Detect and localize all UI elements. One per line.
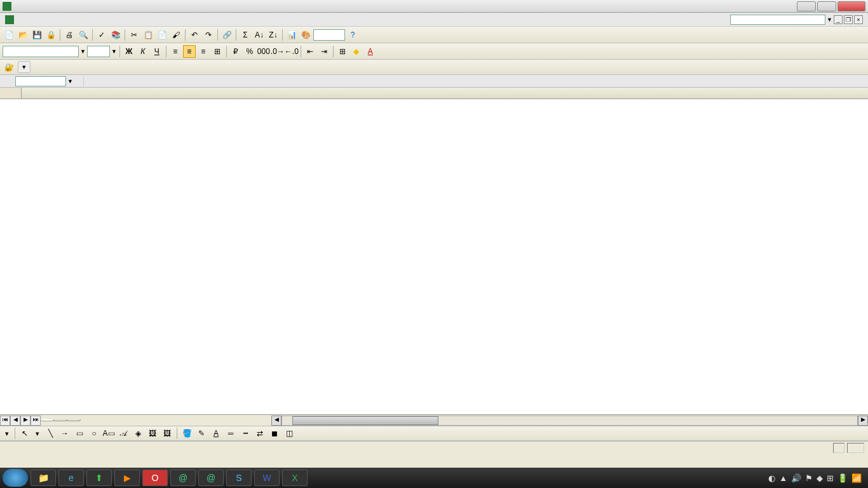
font-size-input[interactable] [87,46,110,57]
increase-decimal-icon[interactable]: .0→ [271,45,284,58]
clipart-icon[interactable]: 🖼 [146,427,159,440]
tray-icon-1[interactable]: ◐ [768,473,775,483]
increase-indent-icon[interactable]: ⇥ [318,45,330,58]
tray-icon-5[interactable]: ◆ [817,473,823,483]
menu-format[interactable] [51,18,58,21]
sort-desc-icon[interactable]: Z↓ [267,29,280,41]
taskbar-ie[interactable]: e [58,470,84,486]
help-icon[interactable]: ? [346,29,359,41]
autosum-icon[interactable]: Σ [239,29,252,41]
decrease-decimal-icon[interactable]: ←.0 [285,45,298,58]
paste-icon[interactable]: 📄 [156,29,168,41]
menu-window[interactable] [78,18,85,21]
decrease-indent-icon[interactable]: ⇤ [304,45,316,58]
hyperlink-icon[interactable]: 🔗 [220,29,233,41]
wordart-icon[interactable]: 𝒜 [117,427,130,440]
font-color-icon[interactable]: A [364,45,377,58]
menu-file[interactable] [15,18,23,21]
tray-icon-3[interactable]: 🔊 [791,473,801,483]
arrow-style-icon[interactable]: ⇄ [254,427,266,440]
3d-icon[interactable]: ◫ [283,427,295,440]
taskbar-mail2[interactable]: @ [198,470,224,486]
taskbar-excel[interactable]: X [282,470,308,486]
chart-icon[interactable]: 📊 [285,29,298,41]
menu-insert[interactable] [42,18,50,21]
fill-color-draw-icon[interactable]: 🪣 [180,427,193,440]
sheet-tab-3[interactable] [67,419,81,421]
taskbar-media[interactable]: ▶ [114,470,140,486]
name-box-input[interactable] [15,76,66,86]
save-icon[interactable]: 💾 [31,29,43,41]
minimize-button[interactable] [797,1,816,11]
hscroll-thumb[interactable] [292,416,438,425]
menu-help[interactable] [86,18,94,21]
select-all-corner[interactable] [0,88,22,98]
formula-input[interactable] [83,76,863,86]
arrow-icon[interactable]: → [58,427,71,440]
hscroll-left-icon[interactable]: ◀ [271,416,281,426]
options-button[interactable]: ▾ [18,61,31,73]
close-button[interactable] [837,1,865,11]
align-center-icon[interactable]: ≡ [183,45,196,58]
oval-icon[interactable]: ○ [88,427,100,440]
font-color-draw-icon[interactable]: A [210,427,222,440]
format-painter-icon[interactable]: 🖌 [170,29,182,41]
preview-icon[interactable]: 🔍 [77,29,90,41]
hscroll-right-icon[interactable]: ▶ [858,416,868,426]
line-style-icon[interactable]: ═ [224,427,237,440]
maximize-button[interactable] [817,1,836,11]
taskbar-word[interactable]: W [254,470,280,486]
taskbar-opera[interactable]: O [142,470,168,486]
menu-view[interactable] [33,18,41,21]
font-name-input[interactable] [3,46,79,57]
draw-actions-menu[interactable]: ▾ [3,428,11,439]
sheet-prev-icon[interactable]: ◀ [10,416,20,426]
sheet-tab-2[interactable] [53,419,67,421]
print-icon[interactable]: 🖨 [63,29,76,41]
start-button[interactable] [3,469,28,487]
fill-color-icon[interactable]: ◆ [350,45,363,58]
underline-icon[interactable]: Ч [151,45,163,58]
line-color-icon[interactable]: ✎ [195,427,208,440]
menu-tools[interactable] [60,18,67,21]
currency-icon[interactable]: ₽ [229,45,242,58]
picture-icon[interactable]: 🖼 [161,427,173,440]
security-icon[interactable]: 🔐 [3,61,15,74]
percent-icon[interactable]: % [243,45,256,58]
new-icon[interactable]: 📄 [3,29,15,41]
redo-icon[interactable]: ↷ [202,29,215,41]
spell-icon[interactable]: ✓ [95,29,108,41]
taskbar-up[interactable]: ⬆ [86,470,112,486]
open-icon[interactable]: 📂 [17,29,29,41]
italic-icon[interactable]: К [137,45,149,58]
borders-icon[interactable]: ⊞ [336,45,349,58]
textbox-icon[interactable]: A▭ [102,427,115,440]
sheet-last-icon[interactable]: ⏭ [31,416,41,426]
rectangle-icon[interactable]: ▭ [73,427,86,440]
diagram-icon[interactable]: ◈ [132,427,144,440]
sheet-tab-1[interactable] [40,419,54,421]
bold-icon[interactable]: Ж [123,45,135,58]
line-icon[interactable]: ╲ [44,427,57,440]
research-icon[interactable]: 📚 [109,29,122,41]
sheet-next-icon[interactable]: ▶ [20,416,31,426]
permission-icon[interactable]: 🔒 [44,29,57,41]
spreadsheet-grid[interactable] [0,88,868,414]
hscroll-track[interactable] [281,416,858,426]
align-right-icon[interactable]: ≡ [197,45,210,58]
tray-icon-4[interactable]: ⚑ [805,473,813,483]
copy-icon[interactable]: 📋 [142,29,154,41]
sort-asc-icon[interactable]: A↓ [253,29,266,41]
sheet-first-icon[interactable]: ⏮ [0,416,10,426]
tray-icon-2[interactable]: ▲ [779,473,787,483]
merge-center-icon[interactable]: ⊞ [211,45,224,58]
comma-icon[interactable]: 000 [257,45,270,58]
select-objects-icon[interactable]: ↖ [18,427,31,440]
undo-icon[interactable]: ↶ [188,29,201,41]
taskbar-mail1[interactable]: @ [170,470,196,486]
drawing-icon[interactable]: 🎨 [299,29,312,41]
tray-icon-6[interactable]: ⊞ [827,473,834,483]
tray-icon-8[interactable]: 📶 [851,473,862,483]
mdi-restore[interactable]: ❐ [844,15,853,24]
mdi-close[interactable]: × [854,15,863,24]
